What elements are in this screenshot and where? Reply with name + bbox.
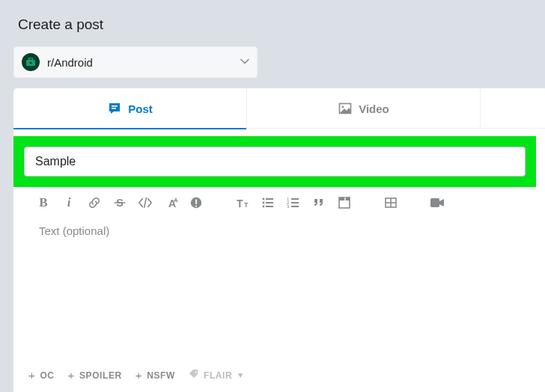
svg-rect-35 [430,198,439,207]
page-title: Create a post [0,0,545,46]
title-highlight [13,136,536,187]
tab-post-label: Post [128,102,153,115]
post-type-tabs: Post Video [13,88,545,129]
nsfw-tag-button[interactable]: + NSFW [136,370,175,381]
svg-rect-1 [29,58,33,61]
tag-row: + OC + SPOILER + NSFW FLAIR ▼ [28,369,245,382]
oc-tag-button[interactable]: + OC [28,370,55,381]
superscript-button[interactable]: AA [163,195,178,211]
post-icon [107,101,122,116]
link-button[interactable] [87,195,102,211]
spoiler-button[interactable] [189,195,204,211]
plus-icon: + [28,370,35,381]
video-button[interactable] [430,195,445,211]
bulleted-list-button[interactable] [261,195,275,211]
oc-label: OC [40,370,54,381]
svg-text:A: A [174,197,178,203]
plus-icon: + [68,370,75,381]
svg-point-36 [195,371,196,373]
heading-button[interactable]: TT [235,195,250,211]
tab-video[interactable]: Video [247,88,481,129]
post-card: Post Video B i S AA TT [13,88,545,392]
svg-rect-13 [195,200,197,204]
community-selector[interactable]: r/Android [13,46,258,78]
svg-rect-18 [266,198,273,200]
bold-button[interactable]: B [36,195,51,211]
svg-rect-4 [112,108,116,109]
svg-text:3: 3 [287,204,290,209]
community-avatar [22,53,40,71]
chevron-down-icon [240,55,249,69]
svg-rect-28 [291,206,299,207]
svg-rect-20 [266,202,273,203]
spoiler-label: SPOILER [79,370,122,381]
table-button[interactable] [383,195,398,211]
svg-line-9 [144,198,147,208]
code-block-button[interactable] [337,195,352,211]
quote-button[interactable] [311,195,326,211]
svg-text:T: T [237,197,243,209]
svg-rect-3 [112,105,118,107]
svg-rect-30 [339,197,350,200]
plus-icon: + [136,370,142,381]
image-icon [338,101,353,116]
svg-rect-26 [291,202,299,203]
inline-code-button[interactable] [138,195,153,211]
editor-toolbar: B i S AA TT 123 [13,187,545,214]
svg-point-19 [263,202,265,204]
spoiler-tag-button[interactable]: + SPOILER [68,370,122,381]
svg-rect-24 [291,198,299,200]
svg-text:T: T [244,201,249,209]
tab-video-label: Video [359,102,389,115]
italic-button[interactable]: i [61,195,76,211]
numbered-list-button[interactable]: 123 [286,195,301,211]
flair-button[interactable]: FLAIR ▼ [189,369,245,382]
chevron-down-icon: ▼ [237,371,245,379]
svg-rect-14 [195,206,197,207]
community-name: r/Android [47,56,240,69]
flair-label: FLAIR [204,370,232,381]
svg-point-2 [29,61,31,64]
strikethrough-button[interactable]: S [112,195,127,211]
svg-point-21 [263,206,265,208]
svg-point-6 [342,106,344,108]
title-input[interactable] [24,147,526,177]
tab-post[interactable]: Post [13,88,247,129]
nsfw-label: NSFW [147,370,175,381]
body-editor[interactable]: Text (optional) [13,214,545,237]
svg-rect-22 [266,206,273,207]
svg-point-17 [263,198,265,200]
tag-icon [189,369,199,382]
